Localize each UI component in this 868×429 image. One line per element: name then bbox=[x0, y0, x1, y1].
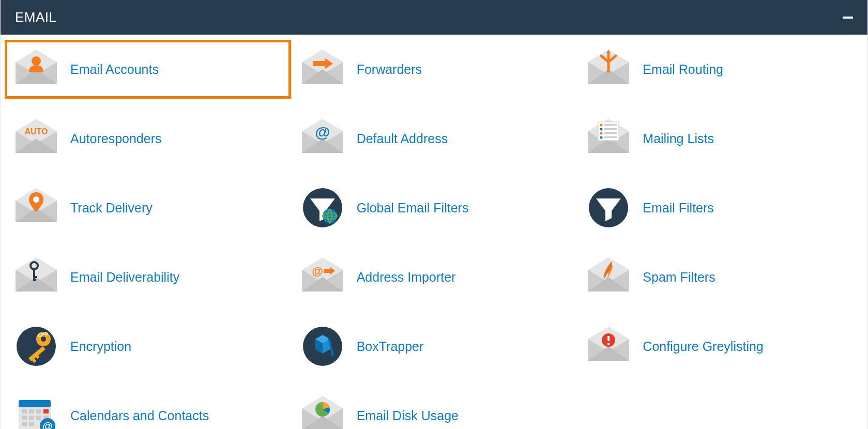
item-default-address[interactable]: Default Address bbox=[291, 109, 577, 168]
item-autoresponders[interactable]: Autoresponders bbox=[5, 109, 291, 168]
item-label: Email Disk Usage bbox=[357, 408, 459, 423]
item-mailing-lists[interactable]: Mailing Lists bbox=[577, 109, 863, 168]
default-address-icon bbox=[300, 116, 345, 161]
configure-greylisting-icon bbox=[586, 324, 631, 369]
email-panel: EMAIL Email AccountsForwardersEmail Rout… bbox=[0, 0, 868, 429]
encryption-icon bbox=[13, 324, 59, 369]
mailing-lists-icon bbox=[586, 116, 631, 161]
item-label: Default Address bbox=[357, 131, 448, 146]
email-accounts-icon bbox=[13, 47, 59, 92]
email-deliverability-icon bbox=[13, 254, 59, 300]
item-label: Email Routing bbox=[643, 62, 723, 77]
item-boxtrapper[interactable]: BoxTrapper bbox=[291, 317, 577, 376]
item-label: Autoresponders bbox=[70, 131, 162, 146]
item-label: Track Delivery bbox=[70, 201, 153, 216]
item-email-filters[interactable]: Email Filters bbox=[577, 178, 863, 237]
item-label: BoxTrapper bbox=[357, 339, 424, 354]
global-email-filters-icon bbox=[300, 185, 345, 231]
spam-filters-icon bbox=[586, 254, 631, 300]
item-email-disk-usage[interactable]: Email Disk Usage bbox=[291, 386, 577, 429]
item-spam-filters[interactable]: Spam Filters bbox=[577, 248, 863, 307]
item-email-accounts[interactable]: Email Accounts bbox=[5, 40, 291, 99]
item-track-delivery[interactable]: Track Delivery bbox=[5, 178, 291, 237]
item-label: Address Importer bbox=[357, 270, 456, 285]
panel-title: EMAIL bbox=[15, 9, 57, 25]
calendars-and-contacts-icon bbox=[13, 393, 59, 429]
track-delivery-icon bbox=[13, 185, 59, 231]
item-label: Email Deliverability bbox=[70, 270, 179, 285]
item-label: Forwarders bbox=[357, 62, 422, 77]
item-email-deliverability[interactable]: Email Deliverability bbox=[5, 248, 291, 307]
address-importer-icon bbox=[300, 254, 345, 300]
boxtrapper-icon bbox=[300, 324, 345, 369]
item-encryption[interactable]: Encryption bbox=[5, 317, 291, 376]
email-disk-usage-icon bbox=[300, 393, 345, 429]
item-label: Email Accounts bbox=[70, 62, 159, 77]
email-routing-icon bbox=[586, 47, 631, 92]
email-items-grid: Email AccountsForwardersEmail RoutingAut… bbox=[1, 35, 867, 429]
item-label: Spam Filters bbox=[643, 270, 715, 285]
email-filters-icon bbox=[586, 185, 631, 231]
panel-header[interactable]: EMAIL bbox=[1, 0, 867, 35]
item-forwarders[interactable]: Forwarders bbox=[291, 40, 577, 99]
item-label: Calendars and Contacts bbox=[70, 408, 209, 423]
item-global-email-filters[interactable]: Global Email Filters bbox=[291, 178, 577, 237]
item-label: Encryption bbox=[70, 339, 131, 354]
forwarders-icon bbox=[300, 47, 345, 92]
item-label: Global Email Filters bbox=[357, 201, 469, 216]
item-configure-greylisting[interactable]: Configure Greylisting bbox=[577, 317, 863, 376]
item-label: Email Filters bbox=[643, 201, 714, 216]
collapse-icon[interactable] bbox=[843, 17, 853, 19]
item-label: Mailing Lists bbox=[643, 131, 714, 146]
item-address-importer[interactable]: Address Importer bbox=[291, 248, 577, 307]
item-label: Configure Greylisting bbox=[643, 339, 763, 354]
item-calendars-and-contacts[interactable]: Calendars and Contacts bbox=[5, 386, 291, 429]
autoresponders-icon bbox=[13, 116, 59, 161]
item-email-routing[interactable]: Email Routing bbox=[577, 40, 863, 99]
